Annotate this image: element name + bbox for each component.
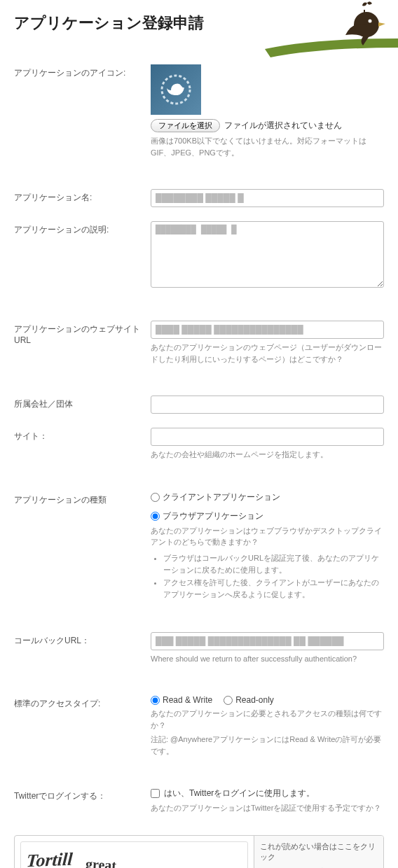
gear-bird-icon [160, 74, 191, 105]
org-label: 所属会社／団体 [14, 396, 151, 410]
type-browser-radio[interactable]: ブラウザアプリケーション [151, 510, 263, 522]
app-name-input[interactable] [151, 189, 384, 207]
app-desc-textarea[interactable]: ████████ █████ █ [151, 221, 384, 288]
type-label: アプリケーションの種類 [14, 491, 151, 506]
access-label: 標準のアクセスタイプ: [14, 695, 151, 710]
recaptcha-widget: Tortill great これが読めない場合はここをクリック ↻ 2つの単語を… [14, 835, 384, 868]
icon-label: アプリケーションのアイコン: [14, 64, 151, 79]
type-browser-label: ブラウザアプリケーション [163, 510, 263, 522]
type-helper: あなたのアプリケーションはウェブブラウザかデスクトップクライアントのどちらで動き… [151, 525, 384, 548]
app-icon-preview [151, 64, 201, 115]
callback-input[interactable] [151, 632, 384, 650]
callback-helper: Where should we return to after successf… [151, 653, 384, 665]
login-label: Twitterでログインする： [14, 788, 151, 802]
captcha-word-1: Tortill [26, 849, 74, 868]
captcha-word-2: great [85, 856, 116, 868]
icon-helper: 画像は700KB以下でなくてはいけません。対応フォーマットはGIF、JPEG、P… [151, 135, 384, 158]
desc-label: アプリケーションの説明: [14, 221, 151, 236]
access-helper-2: 注記: @AnywhereアプリケーションにはRead & Writeの許可が必… [151, 734, 384, 757]
type-bullet-2: アクセス権を許可した後、クライアントがユーザーにあなたのアプリケーションへ戻るよ… [163, 577, 384, 601]
access-helper-1: あなたのアプリケーションに必要とされるアクセスの種類は何ですか？ [151, 708, 384, 731]
website-input[interactable] [151, 321, 384, 339]
login-checkbox-label: はい、Twitterをログインに使用します。 [164, 788, 315, 799]
no-file-text: ファイルが選択されていません [224, 120, 342, 132]
access-ro-radio[interactable]: Read-only [224, 695, 274, 705]
site-label: サイト： [14, 428, 151, 442]
org-input[interactable] [151, 396, 384, 414]
access-rw-radio[interactable]: Read & Write [151, 695, 212, 705]
type-client-label: クライアントアプリケーション [163, 491, 280, 503]
site-helper: あなたの会社や組織のホームページを指定します。 [151, 449, 384, 461]
website-helper: あなたのアプリケーションのウェブページ（ユーザーがダウンロードしたり利用しにいっ… [151, 342, 384, 365]
access-ro-label: Read-only [235, 695, 274, 705]
name-label: アプリケーション名: [14, 189, 151, 204]
site-input[interactable] [151, 428, 384, 446]
type-bullet-1: ブラウザはコールバックURLを認証完了後、あなたのアプリケーションに戻るために使… [163, 552, 384, 577]
login-helper: あなたのアプリケーションはTwitterを認証で使用する予定ですか？ [151, 802, 384, 814]
choose-file-button[interactable]: ファイルを選択 [151, 119, 220, 132]
type-client-radio[interactable]: クライアントアプリケーション [151, 491, 280, 503]
callback-label: コールバックURL： [14, 632, 151, 647]
website-label: アプリケーションのウェブサイトURL [14, 321, 151, 345]
captcha-unreadable-text: これが読めない場合はここをクリック [260, 841, 378, 862]
captcha-image: Tortill great [20, 841, 248, 868]
access-rw-label: Read & Write [163, 695, 212, 705]
login-checkbox[interactable]: はい、Twitterをログインに使用します。 [151, 788, 384, 799]
page-title: アプリケーション登録申請 [0, 0, 398, 41]
